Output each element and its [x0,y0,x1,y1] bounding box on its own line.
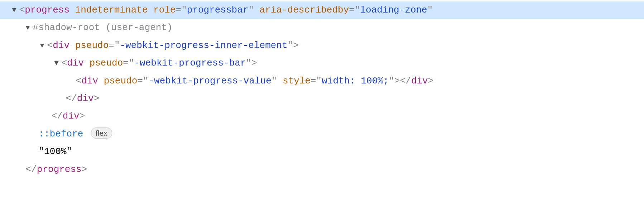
element-div-bar[interactable]: ▼<div pseudo="-webkit-progress-bar"> [0,54,644,72]
text-node: "100%" [39,146,72,157]
shadow-root[interactable]: ▼#shadow-root (user-agent) [0,19,644,37]
close-progress[interactable]: </progress> [0,161,644,178]
attr-role-value: progressbar [187,5,249,15]
chevron-down-icon[interactable]: ▼ [37,39,47,53]
attr-role-name: role [153,5,176,15]
dom-tree: ▼<progress indeterminate role="progressb… [0,0,644,180]
pseudo-selector: ::before [39,129,83,139]
close-tag: progress [37,164,82,175]
attr-pseudo-name: pseudo [104,76,138,86]
angle-bracket-open: < [19,5,25,15]
close-tag: div [77,93,94,104]
close-tag: div [411,76,428,86]
chevron-down-icon[interactable]: ▼ [9,4,19,17]
attr-pseudo-value: -webkit-progress-bar [134,58,246,68]
attr-pseudo-name: pseudo [90,58,123,68]
tag-name: progress [25,5,69,15]
text-node-100pct[interactable]: "100%" [0,143,644,160]
attr-pseudo-value: -webkit-progress-value [148,76,271,86]
attr-indeterminate: indeterminate [75,5,148,15]
attr-aria-name: aria-describedby [260,5,349,15]
close-div-bar[interactable]: </div> [0,90,644,107]
attr-pseudo-value: -webkit-progress-inner-element [120,40,287,51]
close-tag: div [63,111,80,121]
attr-style-value: width: 100%; [322,76,389,86]
display-pill: flex [91,127,112,139]
tag-name: div [81,76,98,86]
attr-aria-value: loading-zone [360,5,427,15]
element-div-inner[interactable]: ▼<div pseudo="-webkit-progress-inner-ele… [0,37,644,54]
chevron-down-icon[interactable]: ▼ [52,57,62,70]
pseudo-before[interactable]: ::before flex [0,125,644,143]
shadow-root-label: #shadow-root (user-agent) [33,22,173,33]
element-div-value[interactable]: <div pseudo="-webkit-progress-value" sty… [0,72,644,90]
tag-name: div [53,40,69,51]
element-progress[interactable]: ▼<progress indeterminate role="progressb… [0,1,644,19]
close-div-inner[interactable]: </div> [0,107,644,125]
tag-name: div [67,58,84,68]
attr-pseudo-name: pseudo [75,40,109,51]
chevron-down-icon[interactable]: ▼ [23,21,33,35]
attr-style-name: style [283,76,311,86]
